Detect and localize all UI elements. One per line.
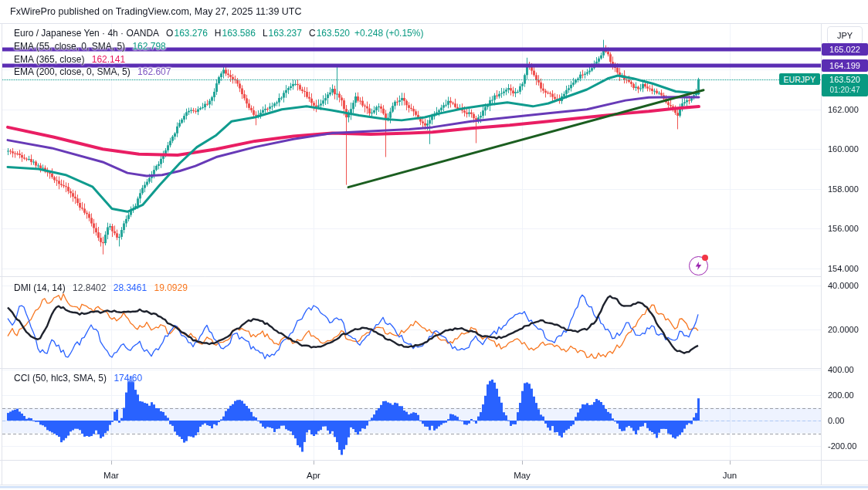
ema55-label[interactable]: EMA (55, close, 0, SMA, 5) (14, 41, 125, 52)
axis-label: 0.00 (828, 416, 844, 425)
ema55-legend-row[interactable]: EMA (55, close, 0, SMA, 5) 162.798 (14, 41, 166, 52)
price-axis[interactable]: JPY 165.022 164.199 163.520 01:20:47 162… (822, 23, 868, 485)
ohlc-low-value: 163.237 (269, 28, 302, 39)
symbol-title[interactable]: Euro / Japanese Yen · 4h · OANDA (14, 28, 159, 39)
ohlc-open-label: O (166, 28, 173, 39)
tradingview-chart-widget: FxWirePro published on TradingView.com, … (0, 0, 868, 490)
last-price-value: 163.520 (829, 75, 860, 85)
symbol-legend-row[interactable]: Euro / Japanese Yen · 4h · OANDAO163.276… (14, 28, 423, 39)
ohlc-open-value: 163.276 (174, 28, 207, 39)
instant-trading-button[interactable] (689, 256, 710, 277)
axis-label: 400.00 (828, 365, 854, 374)
axis-label: 158.000 (828, 184, 859, 194)
axis-label: 40.0000 (828, 281, 859, 290)
ema200-value: 162.607 (137, 66, 171, 77)
ema200-legend-row[interactable]: EMA (200, close, 0, SMA, 5) 162.607 (14, 66, 171, 77)
bar-countdown: 01:20:47 (830, 85, 860, 95)
ray-price-badge-165: 165.022 (822, 43, 868, 56)
axis-label: 160.000 (828, 144, 859, 154)
month-label-jun: Jun (723, 471, 737, 480)
symbol-price-label: EURJPY (779, 73, 820, 85)
dmi-minus-di-value: 19.0929 (154, 282, 188, 293)
cci-legend-row[interactable]: CCI (50, hlc3, SMA, 5) 174.60 (14, 373, 142, 384)
ema365-label[interactable]: EMA (365, close) (14, 54, 84, 65)
dmi-adx-value: 12.8402 (73, 282, 106, 293)
published-header: FxWirePro published on TradingView.com, … (10, 6, 302, 17)
axis-label: -200.00 (828, 441, 856, 451)
dmi-plus-di-value: 28.3461 (114, 282, 147, 293)
axis-label: 20.0000 (828, 325, 859, 334)
ema365-legend-row[interactable]: EMA (365, close) 162.141 (14, 54, 125, 65)
month-label-may: May (514, 471, 531, 480)
ohlc-close-value: 163.520 (317, 28, 350, 39)
axis-label: 156.000 (828, 224, 859, 233)
axis-label: 200.00 (828, 390, 854, 400)
month-label-mar: Mar (103, 471, 119, 480)
change-value: +0.248 (+0.15%) (354, 28, 423, 39)
ohlc-close-label: C (309, 28, 316, 39)
dmi-legend-row[interactable]: DMI (14, 14) 12.8402 28.3461 19.0929 (14, 282, 188, 293)
ohlc-high-value: 163.586 (222, 28, 256, 39)
currency-toggle-button[interactable]: JPY (827, 26, 863, 44)
cci-label[interactable]: CCI (50, hlc3, SMA, 5) (14, 373, 107, 384)
notification-dot (702, 255, 708, 261)
axis-label: 162.000 (828, 105, 859, 114)
ray-price-badge-164: 164.199 (822, 59, 868, 72)
ema55-value: 162.798 (132, 41, 165, 52)
ohlc-high-label: H (215, 28, 222, 39)
time-axis[interactable]: Mar Apr May Jun (0, 461, 821, 485)
last-price-badge: 163.520 01:20:47 (822, 74, 868, 96)
ohlc-low-label: L (263, 28, 268, 39)
cci-value: 174.60 (114, 373, 142, 384)
month-label-apr: Apr (307, 471, 320, 480)
axis-label: 154.000 (828, 264, 859, 273)
ema200-label[interactable]: EMA (200, close, 0, SMA, 5) (14, 66, 131, 77)
dmi-label[interactable]: DMI (14, 14) (14, 282, 66, 293)
ema365-value: 162.141 (92, 54, 125, 65)
